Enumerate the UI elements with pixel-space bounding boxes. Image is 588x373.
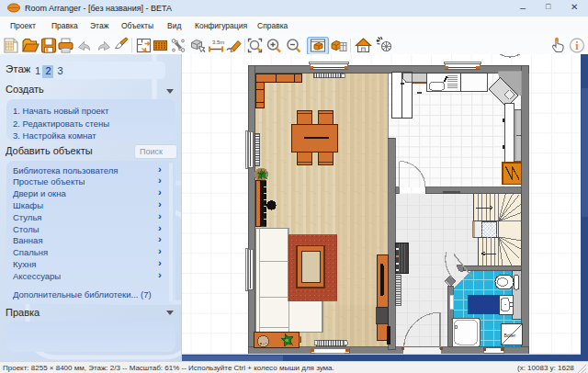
svg-text:Boiler: Boiler [504, 333, 516, 338]
svg-text:3.5m: 3.5m [212, 40, 224, 45]
